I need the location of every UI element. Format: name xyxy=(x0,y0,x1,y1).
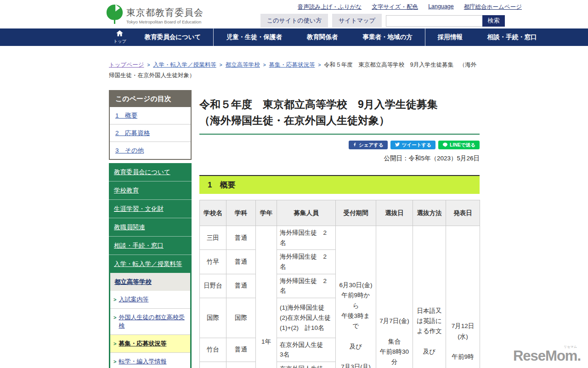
content-layout: このページの目次 1 概要 2 応募資格 3 その他 教育委員会について 学校教… xyxy=(109,90,588,368)
sidebar-subitem-recruit-status[interactable]: >募集・応募状況等 xyxy=(110,335,190,353)
sidebar-subsection: 都立高等学校 >入試案内等 >外国人生徒の都立高校受検 >募集・応募状況等 >転… xyxy=(109,273,192,368)
period-cell: 6月30日(金) 午前9時から 午後3時まで 及び 7月3日(月) 午前9時から… xyxy=(336,226,376,368)
section-heading-overview: 1 概要 xyxy=(199,175,480,194)
facebook-icon xyxy=(353,142,357,148)
col-capacity: 募集人員 xyxy=(277,200,336,226)
sidebar-item-admission[interactable]: 入学・転入学／授業料等 xyxy=(109,255,192,273)
resemom-watermark: リセマム ReseMom. xyxy=(513,348,581,364)
main-content: 令和５年度 東京都立高等学校 9月入学生徒募集 （海外帰国生徒・在京外国人生徒対… xyxy=(199,90,480,368)
chevron-right-icon: > xyxy=(113,359,116,364)
page-title-line2: （海外帰国生徒・在京外国人生徒対象） xyxy=(199,113,480,129)
page-toc: このページの目次 1 概要 2 応募資格 3 その他 xyxy=(109,90,192,160)
sidebar-item-about-board[interactable]: 教育委員会について xyxy=(109,163,192,181)
utility-link-fontsize[interactable]: 文字サイズ・配色 xyxy=(372,3,418,11)
chevron-right-icon: > xyxy=(147,62,150,68)
toc-title: このページの目次 xyxy=(110,91,191,107)
sidebar-item-metro-highschool[interactable]: 都立高等学校 xyxy=(110,273,190,291)
breadcrumb: トップページ>入学・転入学／授業料等>都立高等学校>募集・応募状況等>令和５年度… xyxy=(109,60,480,81)
col-period: 受付期間 xyxy=(336,200,376,226)
sidebar-item-school-education[interactable]: 学校教育 xyxy=(109,181,192,199)
nav-item-top-label: トップ xyxy=(113,39,126,45)
col-method: 選抜方法 xyxy=(413,200,446,226)
sidebar-menu: 教育委員会について 学校教育 生涯学習・文化財 教職員関連 相談・手続・窓口 入… xyxy=(109,163,192,368)
nav-item-business[interactable]: 事業者・地域の方 xyxy=(350,28,424,46)
twitter-bird-icon xyxy=(395,142,400,148)
toc-item-eligibility[interactable]: 2 応募資格 xyxy=(110,125,191,142)
utility-links: 音声読み上げ・ふりがな 文字サイズ・配色 Language 都庁総合ホームページ xyxy=(298,3,522,11)
tokyo-ginkgo-logo-icon xyxy=(106,4,123,26)
nav-item-top[interactable]: トップ xyxy=(107,28,132,46)
twitter-tweet-button[interactable]: ツイートする xyxy=(390,141,435,149)
logo-title: 東京都教育委員会 xyxy=(126,6,204,19)
page-title-line1: 令和５年度 東京都立高等学校 9月入学生徒募集 xyxy=(199,96,480,113)
page-title: 令和５年度 東京都立高等学校 9月入学生徒募集 （海外帰国生徒・在京外国人生徒対… xyxy=(199,96,480,135)
watermark-ruby: リセマム xyxy=(564,345,577,349)
sidebar-item-faculty[interactable]: 教職員関連 xyxy=(109,218,192,236)
sidebar-subitem-exam-guide[interactable]: >入試案内等 xyxy=(110,291,190,309)
chevron-right-icon: > xyxy=(220,62,222,68)
sidebar-item-lifelong-learning[interactable]: 生涯学習・文化財 xyxy=(109,199,192,218)
sidebar-subitem-foreign-students[interactable]: >外国人生徒の都立高校受検 xyxy=(110,309,190,335)
site-logo[interactable]: 東京都教育委員会 Tokyo Metropolitan Board of Edu… xyxy=(106,4,204,26)
breadcrumb-link-top[interactable]: トップページ xyxy=(109,62,144,68)
breadcrumb-link-admission[interactable]: 入学・転入学／授業料等 xyxy=(153,62,216,68)
toc-item-overview[interactable]: 1 概要 xyxy=(110,107,191,125)
watermark-text: ReseMom. xyxy=(513,348,581,364)
chevron-right-icon: > xyxy=(113,297,116,302)
nav-item-contact[interactable]: 相談・手続・窓口 xyxy=(475,28,549,46)
site-header: 東京都教育委員会 Tokyo Metropolitan Board of Edu… xyxy=(0,0,588,28)
toc-item-other[interactable]: 3 その他 xyxy=(110,142,191,159)
utility-link-tocho-home[interactable]: 都庁総合ホームページ xyxy=(464,3,522,11)
sitemap-button[interactable]: サイトマップ xyxy=(332,14,382,28)
nav-item-students[interactable]: 児童・生徒・保護者 xyxy=(214,28,294,46)
header-tools: このサイトの使い方 サイトマップ 検索 xyxy=(260,14,505,28)
published-date: 公開日：令和5年（2023）5月26日 xyxy=(199,154,480,163)
line-share-button[interactable]: LINEで送る xyxy=(438,141,480,149)
table-header-row: 学校名 学科 学年 募集人員 受付期間 選抜日 選抜方法 発表日 xyxy=(200,200,480,226)
announcement-cell: 7月12日(水) 午前9時 xyxy=(446,226,480,368)
sidebar: このページの目次 1 概要 2 応募資格 3 その他 教育委員会について 学校教… xyxy=(109,90,192,368)
col-grade: 学年 xyxy=(256,200,277,226)
breadcrumb-link-metro-hs[interactable]: 都立高等学校 xyxy=(226,62,260,68)
line-icon xyxy=(442,142,448,148)
sidebar-subitem-transfer-info[interactable]: >転学・編入学情報 xyxy=(110,353,190,368)
chevron-right-icon: > xyxy=(113,341,116,346)
sidebar-item-consultation[interactable]: 相談・手続・窓口 xyxy=(109,236,192,255)
main-nav: トップ 教育委員会について 児童・生徒・保護者 教育関係者 事業者・地域の方 採… xyxy=(0,28,588,46)
utility-link-language[interactable]: Language xyxy=(428,3,454,11)
utility-link-voice[interactable]: 音声読み上げ・ふりがな xyxy=(298,3,362,11)
method-cell: 日本語又は英語による作文 及び 面接 xyxy=(413,226,446,368)
chevron-right-icon: > xyxy=(263,62,266,68)
share-buttons: シェアする ツイートする LINEで送る xyxy=(199,141,480,149)
page: 東京都教育委員会 Tokyo Metropolitan Board of Edu… xyxy=(0,0,588,368)
home-icon xyxy=(116,30,123,38)
site-usage-button[interactable]: このサイトの使い方 xyxy=(260,14,328,28)
logo-subtitle: Tokyo Metropolitan Board of Education xyxy=(126,19,204,24)
chevron-right-icon: > xyxy=(113,315,116,320)
col-school-name: 学校名 xyxy=(200,200,226,226)
col-department: 学科 xyxy=(226,200,256,226)
search-box: 検索 xyxy=(386,15,505,27)
grade-cell: 1年 xyxy=(256,226,277,368)
nav-item-educators[interactable]: 教育関係者 xyxy=(294,28,351,46)
breadcrumb-link-recruit-status[interactable]: 募集・応募状況等 xyxy=(269,62,315,68)
table-row: 三田 普通 1年 海外帰国生徒 2名 6月30日(金) 午前9時から 午後3時ま… xyxy=(200,226,480,250)
chevron-right-icon: > xyxy=(318,62,321,68)
search-button[interactable]: 検索 xyxy=(482,15,505,27)
col-announcement: 発表日 xyxy=(446,200,480,226)
search-input[interactable] xyxy=(386,15,482,27)
nav-item-about[interactable]: 教育委員会について xyxy=(132,28,214,46)
recruitment-table: 学校名 学科 学年 募集人員 受付期間 選抜日 選抜方法 発表日 三田 普通 1 xyxy=(199,200,480,368)
facebook-share-button[interactable]: シェアする xyxy=(349,141,388,149)
selection-date-cell: 7月7日(金) 集合 午前8時30分 xyxy=(376,226,413,368)
nav-item-recruit[interactable]: 採用情報 xyxy=(425,28,475,46)
col-selection-date: 選抜日 xyxy=(376,200,413,226)
